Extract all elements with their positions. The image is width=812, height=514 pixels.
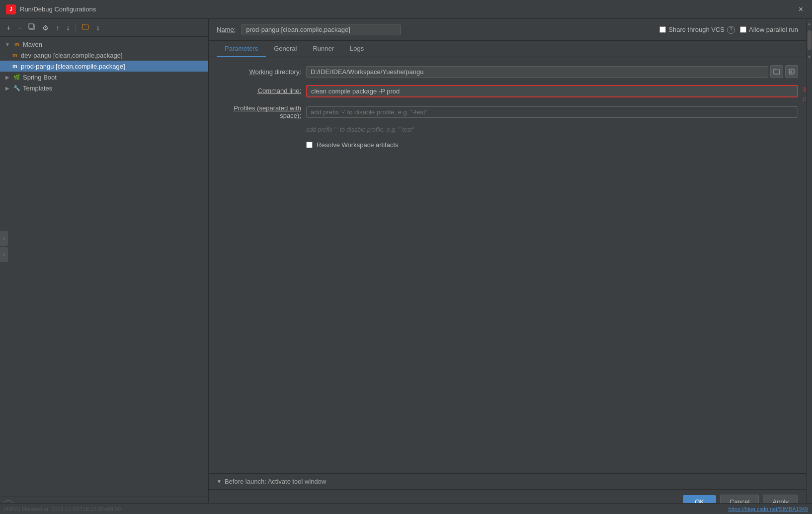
toolbar: + − ⚙ ↑ ↓ ↕ [0, 19, 208, 37]
parallel-run-label: Allow parallel run [749, 26, 798, 33]
create-folder-button[interactable] [80, 22, 91, 33]
name-input[interactable] [242, 24, 401, 35]
command-input-wrapper: 前面maven正常打包命令，-P prod 是的打包环境。其中prod 需要和p… [306, 85, 798, 97]
add-configuration-button[interactable]: + [4, 22, 13, 33]
vcs-help-icon[interactable]: ? [727, 26, 735, 34]
maven-label: Maven [23, 41, 42, 48]
status-url: https://blog.csdn.net/SIMBA1949 [729, 506, 808, 512]
toolbar-divider [76, 23, 76, 32]
spring-boot-icon: 🌿 [13, 73, 21, 81]
scroll-up-arrow[interactable]: ▲ [805, 19, 812, 28]
sort-button[interactable]: ↕ [93, 22, 102, 33]
configuration-tree: ▼ m Maven m dev-pangu [clean,compile,pac… [0, 37, 208, 497]
working-directory-input[interactable] [306, 66, 768, 78]
app-icon: J [6, 4, 16, 14]
spring-boot-label: Spring Boot [23, 74, 57, 81]
right-panel: Name: Share through VCS ? Allow parallel… [209, 19, 806, 514]
name-field-label: Name: [217, 26, 236, 33]
share-vcs-wrap: Share through VCS ? [659, 26, 735, 34]
resolve-workspace-row: Resolve Workspace artifacts [306, 141, 798, 149]
working-directory-row: Working directory: $ [217, 65, 798, 78]
parallel-run-checkbox[interactable] [740, 26, 746, 33]
command-line-label: Command line: [217, 85, 301, 94]
spring-boot-expand-arrow: ▶ [4, 74, 11, 81]
browse-folder-button[interactable] [770, 65, 783, 78]
tree-item-dev-pangu[interactable]: m dev-pangu [clean,compile,package] [0, 50, 208, 61]
run-debug-dialog: J Run/Debug Configurations × + − ⚙ ↑ ↓ [0, 0, 812, 514]
tab-parameters[interactable]: Parameters [217, 41, 266, 57]
left-edge-btn-1[interactable]: › [0, 231, 8, 246]
copy-configuration-button[interactable] [26, 22, 38, 33]
right-scrollbar: ▲ ▼ [806, 19, 812, 514]
variable-icon: $ [789, 69, 795, 75]
share-vcs-label: Share through VCS [668, 26, 725, 33]
folder-icon [82, 23, 89, 30]
templates-label: Templates [23, 85, 52, 92]
title-bar: J Run/Debug Configurations × [0, 0, 812, 19]
tree-node-spring-boot[interactable]: ▶ 🌿 Spring Boot [0, 72, 208, 83]
settings-button[interactable]: ⚙ [40, 22, 51, 33]
before-launch-arrow: ▼ [217, 479, 222, 484]
left-edge-btn-2[interactable]: › [0, 247, 8, 262]
resolve-workspace-label: Resolve Workspace artifacts [317, 141, 399, 149]
before-launch-header[interactable]: ▼ Before launch: Activate tool window [217, 478, 798, 485]
profiles-label: Profiles (separated with space): [217, 104, 301, 119]
resolve-workspace-checkbox[interactable] [306, 142, 313, 148]
working-directory-label: Working directory: [217, 68, 301, 76]
status-bar: [INFO] Finished at: 2019-11-03T18:12:05+… [0, 503, 812, 514]
share-vcs-checkbox[interactable] [659, 26, 666, 33]
before-launch-label: Before launch: Activate tool window [225, 478, 326, 485]
left-edge-buttons: › › [0, 231, 8, 262]
profiles-row: Profiles (separated with space): [217, 104, 798, 119]
tabs-bar: Parameters General Runner Logs [209, 41, 806, 57]
command-line-input[interactable] [306, 85, 798, 97]
left-panel: + − ⚙ ↑ ↓ ↕ [0, 19, 209, 514]
prod-pangu-label: prod-pangu [clean,compile,package] [21, 63, 125, 70]
close-button[interactable]: × [796, 4, 806, 15]
maven-icon: m [13, 40, 21, 48]
command-line-row: Command line: 前面maven正常打包命令，-P prod 是的打包… [217, 85, 798, 97]
svg-text:$: $ [790, 70, 793, 74]
tree-node-templates[interactable]: ▶ 🔧 Templates [0, 83, 208, 93]
folder-browse-icon [773, 69, 780, 75]
status-log: [INFO] Finished at: 2019-11-03T18:12:05+… [4, 506, 121, 512]
tab-logs[interactable]: Logs [342, 41, 372, 57]
move-down-button[interactable]: ↓ [64, 22, 72, 33]
maven-child-icon: m [11, 51, 19, 59]
move-up-button[interactable]: ↑ [53, 22, 62, 33]
copy-icon [28, 23, 35, 30]
browse-variable-button[interactable]: $ [785, 65, 798, 78]
tab-runner[interactable]: Runner [305, 41, 342, 57]
command-annotation: 前面maven正常打包命令，-P prod 是的打包环境。其中prod 需要和p… [803, 85, 806, 103]
scroll-down-arrow[interactable]: ▼ [805, 52, 812, 62]
right-header: Name: Share through VCS ? Allow parallel… [209, 19, 806, 41]
working-directory-input-wrap: $ [306, 65, 798, 78]
templates-icon: 🔧 [13, 84, 21, 92]
header-actions: Share through VCS ? Allow parallel run [659, 26, 798, 34]
parallel-run-wrap: Allow parallel run [740, 26, 798, 33]
profiles-input[interactable] [306, 106, 798, 118]
tree-item-prod-pangu[interactable]: m prod-pangu [clean,compile,package] [0, 61, 208, 72]
before-launch-section: ▼ Before launch: Activate tool window [209, 473, 806, 489]
profiles-hint: add prefix '-' to disable profile, e.g. … [306, 126, 798, 133]
remove-configuration-button[interactable]: − [15, 22, 24, 33]
dev-pangu-label: dev-pangu [clean,compile,package] [21, 52, 123, 59]
tab-general[interactable]: General [266, 41, 305, 57]
tree-node-maven[interactable]: ▼ m Maven [0, 39, 208, 50]
parameters-form: Working directory: $ [209, 57, 806, 473]
maven-expand-arrow: ▼ [4, 41, 11, 48]
title-bar-left: J Run/Debug Configurations [6, 4, 96, 14]
main-content: + − ⚙ ↑ ↓ ↕ [0, 19, 812, 514]
scrollbar-thumb[interactable] [808, 30, 812, 50]
maven-selected-icon: m [11, 62, 19, 70]
svg-rect-1 [29, 24, 33, 28]
dialog-title: Run/Debug Configurations [20, 5, 96, 13]
templates-expand-arrow: ▶ [4, 85, 11, 91]
